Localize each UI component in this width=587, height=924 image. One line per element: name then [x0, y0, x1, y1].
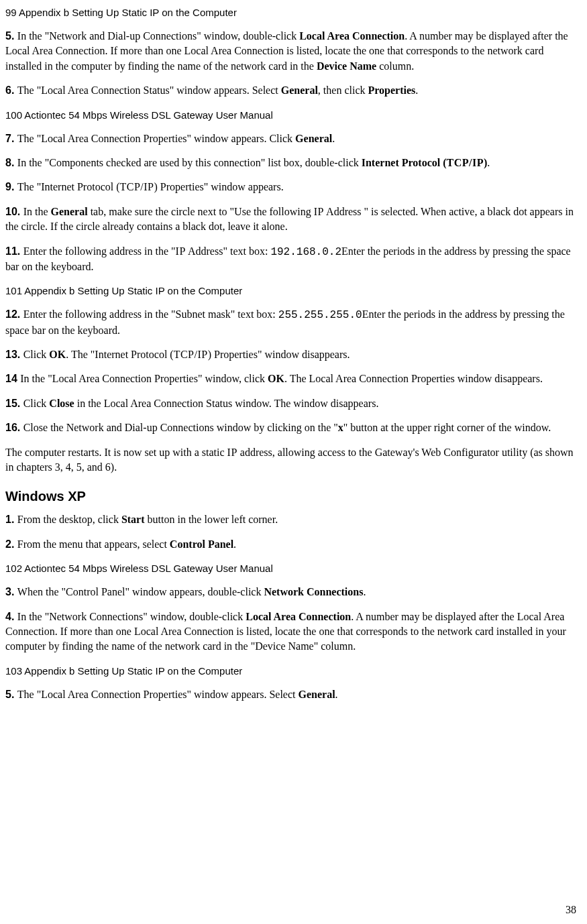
- text: tab, make sure the circle next to "Use t…: [88, 206, 314, 217]
- small-caps: TCP/IP: [174, 349, 208, 360]
- bold-text: Properties: [368, 84, 415, 96]
- step-16: 16. Close the Network and Dial-up Connec…: [5, 420, 582, 435]
- bold-text: General: [51, 206, 88, 217]
- small-caps: IP: [227, 447, 237, 458]
- step-number: 1.: [5, 514, 17, 525]
- text: in the Local Area Connection Status wind…: [74, 398, 379, 409]
- text: In the: [23, 206, 51, 217]
- step-number: 10.: [5, 206, 23, 217]
- step-5: 5. In the "Network and Dial-up Connectio…: [5, 29, 582, 74]
- bold-text: General: [299, 689, 335, 700]
- xp-step-2: 2. From the menu that appears, select Co…: [5, 537, 582, 552]
- step-number: 11.: [5, 245, 23, 257]
- text: Enter the following address in the "Subn…: [23, 308, 278, 320]
- bold-text: General: [295, 133, 332, 144]
- text: .: [332, 133, 335, 144]
- text: Enter the following address in the ": [23, 245, 176, 257]
- page-header-102: 102 Actiontec 54 Mbps Wireless DSL Gatew…: [5, 561, 582, 575]
- text: .: [415, 84, 418, 96]
- text: From the desktop, click: [17, 514, 121, 525]
- text: Click: [23, 398, 50, 409]
- text: .: [363, 586, 366, 597]
- step-number: 12.: [5, 308, 23, 320]
- xp-step-4: 4. In the "Network Connections" window, …: [5, 610, 582, 654]
- bold-text: Local Area Connection: [299, 30, 405, 42]
- bold-text: Local Area Connection: [246, 611, 351, 622]
- step-number: 16.: [5, 422, 23, 433]
- step-6: 6. The "Local Area Connection Status" wi…: [5, 83, 582, 98]
- step-number: 2.: [5, 538, 17, 550]
- small-caps: TCP/IP: [120, 181, 154, 192]
- step-number: 9.: [5, 181, 17, 192]
- text: .: [487, 157, 490, 168]
- bold-text: Start: [121, 514, 145, 525]
- text: In the "Network and Dial-up Connections"…: [17, 30, 299, 42]
- text: ) Properties" window disappears.: [208, 349, 350, 360]
- step-number: 14: [5, 373, 20, 384]
- step-number: 5.: [5, 30, 17, 42]
- xp-step-1: 1. From the desktop, click Start button …: [5, 512, 582, 527]
- text: In the "Network Connections" window, dou…: [17, 611, 246, 622]
- text: The "Local Area Connection Status" windo…: [17, 84, 281, 96]
- text: Close the Network and Dial-up Connection…: [23, 422, 338, 433]
- page-header-100: 100 Actiontec 54 Mbps Wireless DSL Gatew…: [5, 108, 582, 122]
- step-8: 8. In the "Components checked are used b…: [5, 156, 582, 170]
- step-number: 8.: [5, 157, 17, 168]
- step-10: 10. In the General tab, make sure the ci…: [5, 205, 582, 235]
- text: When the "Control Panel" window appears,…: [17, 586, 264, 597]
- step-9: 9. The "Internet Protocol (TCP/IP) Prope…: [5, 180, 582, 194]
- bold-text: Close: [49, 398, 74, 409]
- step-number: 5.: [5, 689, 17, 700]
- step-13: 13. Click OK. The "Internet Protocol (TC…: [5, 347, 582, 362]
- step-number: 7.: [5, 133, 17, 144]
- bold-text: General: [281, 84, 318, 96]
- text: The "Local Area Connection Properties" w…: [17, 689, 299, 700]
- text: .: [233, 538, 236, 550]
- step-number: 4.: [5, 611, 17, 622]
- bold-text: x: [338, 422, 343, 433]
- bold-text: Device Name: [317, 60, 376, 72]
- text: button in the lower left corner.: [145, 514, 278, 525]
- text: ) Properties" window appears.: [154, 181, 284, 192]
- text: The "Internet Protocol (: [17, 181, 120, 192]
- text: The "Local Area Connection Properties" w…: [17, 133, 295, 144]
- text: . The "Internet Protocol (: [66, 349, 173, 360]
- text: The computer restarts. It is now set up …: [5, 447, 227, 458]
- step-14: 14 In the "Local Area Connection Propert…: [5, 371, 582, 386]
- monospace-text: 255.255.255.0: [278, 309, 362, 321]
- step-7: 7. The "Local Area Connection Properties…: [5, 131, 582, 146]
- text: , then click: [318, 84, 368, 96]
- text: In the "Local Area Connection Properties…: [20, 373, 268, 384]
- step-number: 15.: [5, 398, 23, 409]
- page-header-99: 99 Appendix b Setting Up Static IP on th…: [5, 5, 582, 19]
- text: .: [335, 689, 338, 700]
- bold-text: Network Connections: [264, 586, 363, 597]
- step-number: 13.: [5, 349, 23, 360]
- page-header-101: 101 Appendix b Setting Up Static IP on t…: [5, 284, 582, 298]
- text: . The Local Area Connection Properties w…: [284, 373, 543, 384]
- text: In the "Components checked are used by t…: [17, 157, 362, 168]
- bold-text: Control Panel: [170, 538, 233, 550]
- page-header-103: 103 Appendix b Setting Up Static IP on t…: [5, 664, 582, 678]
- section-heading-windows-xp: Windows XP: [5, 487, 582, 506]
- bold-text: OK: [49, 349, 66, 360]
- step-number: 3.: [5, 586, 17, 597]
- small-caps: IP: [176, 245, 186, 257]
- xp-step-3: 3. When the "Control Panel" window appea…: [5, 585, 582, 599]
- step-11: 11. Enter the following address in the "…: [5, 244, 582, 275]
- monospace-text: 192.168.0.2: [270, 246, 341, 258]
- text: " button at the upper right corner of th…: [343, 422, 551, 433]
- step-12: 12. Enter the following address in the "…: [5, 307, 582, 338]
- bold-text: OK: [268, 373, 284, 384]
- text: Address" text box:: [186, 245, 271, 257]
- restart-paragraph: The computer restarts. It is now set up …: [5, 445, 582, 475]
- bold-text: Internet Protocol (TCP/IP): [362, 157, 488, 168]
- small-caps: IP: [314, 206, 324, 217]
- xp-step-5: 5. The "Local Area Connection Properties…: [5, 687, 582, 702]
- text: column.: [376, 60, 414, 72]
- text: Click: [23, 349, 50, 360]
- text: From the menu that appears, select: [17, 538, 170, 550]
- step-number: 6.: [5, 84, 17, 96]
- step-15: 15. Click Close in the Local Area Connec…: [5, 396, 582, 411]
